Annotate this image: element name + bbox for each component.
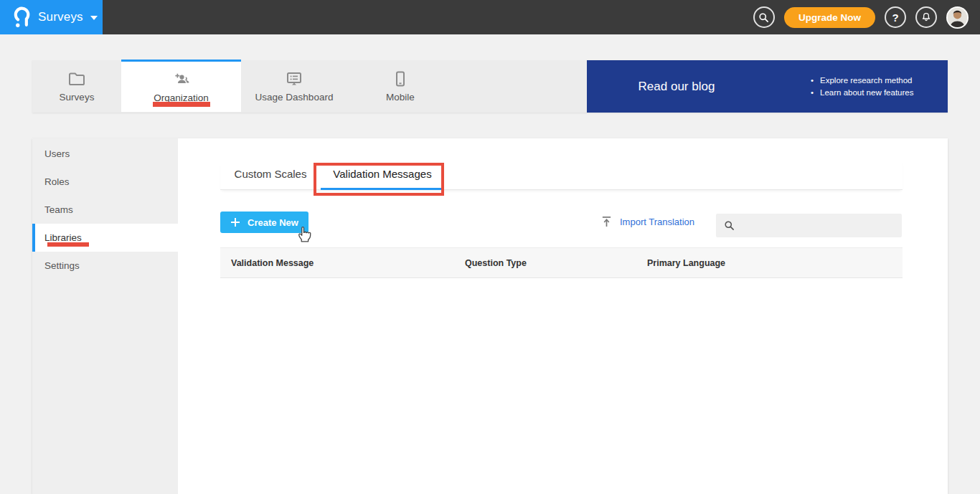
blog-promo-banner[interactable]: Read our blog Explore research method Le… <box>587 60 948 113</box>
search-icon <box>758 12 769 23</box>
nav-tab-label: Mobile <box>386 92 415 103</box>
top-bar-actions: Upgrade Now ? <box>753 6 980 29</box>
sidebar-item-settings[interactable]: Settings <box>32 252 178 280</box>
nav-tab-usage-dashboard[interactable]: Usage Dashboard <box>241 60 347 113</box>
sidebar-item-teams[interactable]: Teams <box>32 196 178 224</box>
organization-sidebar: Users Roles Teams Libraries Settings <box>32 138 178 494</box>
blog-promo-bullet: Learn about new features <box>811 88 913 97</box>
nav-tab-mobile[interactable]: Mobile <box>347 60 453 113</box>
column-header-primary-language: Primary Language <box>647 258 903 268</box>
help-button[interactable]: ? <box>885 6 906 28</box>
folder-icon <box>67 70 86 87</box>
column-header-question-type: Question Type <box>465 258 647 268</box>
upgrade-now-button[interactable]: Upgrade Now <box>784 7 875 28</box>
import-translation-link[interactable]: Import Translation <box>601 216 694 227</box>
nav-tab-surveys[interactable]: Surveys <box>32 60 121 113</box>
questionpro-logo-icon <box>13 6 32 28</box>
module-nav: Surveys Organization Usage Dashbo <box>32 60 948 113</box>
tab-validation-messages[interactable]: Validation Messages <box>321 160 444 190</box>
libraries-panel: Custom Scales Validation Messages Create… <box>178 138 948 494</box>
annotation-underline-organization <box>153 102 210 107</box>
chevron-down-icon <box>90 16 98 20</box>
notifications-button[interactable] <box>915 6 937 28</box>
sidebar-item-label: Libraries <box>44 232 82 243</box>
avatar-photo <box>948 8 967 27</box>
top-bar: Surveys Upgrade Now ? <box>0 0 980 34</box>
nav-tab-organization[interactable]: Organization <box>121 60 241 112</box>
sidebar-item-libraries[interactable]: Libraries <box>32 224 178 252</box>
plus-icon <box>230 217 240 227</box>
column-header-validation-message: Validation Message <box>220 258 465 268</box>
search-icon <box>724 220 735 231</box>
library-tabs: Custom Scales Validation Messages <box>220 160 903 190</box>
sidebar-item-users[interactable]: Users <box>32 140 178 168</box>
dashboard-icon <box>285 70 303 87</box>
validation-table-header: Validation Message Question Type Primary… <box>220 247 903 278</box>
upload-icon <box>601 216 612 227</box>
import-translation-label: Import Translation <box>620 217 694 227</box>
global-search-button[interactable] <box>753 6 775 28</box>
nav-tab-label: Surveys <box>60 92 95 103</box>
mobile-icon <box>391 70 410 87</box>
tab-custom-scales[interactable]: Custom Scales <box>220 160 321 190</box>
sidebar-item-roles[interactable]: Roles <box>32 168 178 196</box>
product-name: Surveys <box>38 10 83 24</box>
bell-icon <box>920 11 932 23</box>
nav-tab-label: Usage Dashboard <box>255 92 334 103</box>
add-users-icon <box>172 71 191 88</box>
blog-promo-title: Read our blog <box>587 80 766 94</box>
blog-promo-bullet: Explore research method <box>811 76 913 85</box>
create-new-label: Create New <box>248 217 298 228</box>
page: Surveys Upgrade Now ? <box>0 0 980 494</box>
content-card: Users Roles Teams Libraries Settings Cus… <box>32 138 948 494</box>
product-switcher[interactable]: Surveys <box>0 0 103 34</box>
blog-promo-bullets: Explore research method Learn about new … <box>811 72 913 100</box>
table-search[interactable] <box>716 214 902 237</box>
user-avatar[interactable] <box>946 6 969 29</box>
annotation-underline-libraries <box>47 242 89 247</box>
search-input[interactable] <box>741 220 892 231</box>
question-mark-icon: ? <box>892 11 898 24</box>
cursor-pointer-icon <box>295 224 314 243</box>
